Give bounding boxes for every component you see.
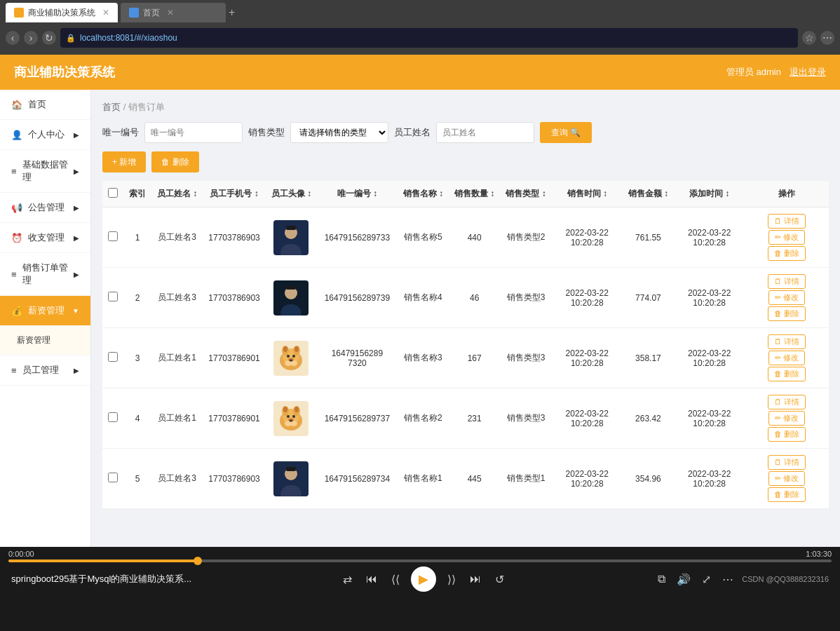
col-avatar[interactable]: 员工头像 ↕ — [266, 181, 317, 208]
fast-forward-btn[interactable]: ⟩⟩ — [445, 570, 459, 589]
cell-checkbox[interactable] — [102, 449, 123, 509]
detail-btn[interactable]: 🗒 详情 — [768, 214, 806, 229]
del-btn[interactable]: 🗑 删除 — [768, 246, 806, 261]
back-btn[interactable]: ‹ — [6, 31, 20, 45]
volume-btn[interactable]: 🔊 — [674, 570, 693, 589]
cell-checkbox[interactable] — [102, 208, 123, 268]
pip-btn[interactable]: ⧉ — [655, 570, 668, 588]
tab-label: 商业辅助决策系统 — [28, 7, 95, 19]
edit-btn[interactable]: ✏ 修改 — [768, 351, 805, 365]
col-sales-amount[interactable]: 销售金额 ↕ — [623, 181, 674, 208]
sidebar-label-finance: 收支管理 — [28, 231, 65, 244]
svg-point-28 — [287, 415, 290, 418]
sidebar-item-salary-sub[interactable]: 薪资管理 — [0, 326, 90, 355]
salary-icon: 💰 — [11, 306, 22, 316]
edit-btn[interactable]: ✏ 修改 — [768, 471, 805, 486]
url-text: localhost:8081/#/xiaoshou — [80, 33, 177, 43]
cell-sales-amount: 774.07 — [623, 268, 674, 328]
sidebar-item-announcement[interactable]: 📢 公告管理 ▶ — [0, 193, 90, 223]
detail-btn[interactable]: 🗒 详情 — [768, 455, 806, 470]
logout-btn[interactable]: 退出登录 — [790, 66, 826, 79]
fullscreen-btn[interactable]: ⤢ — [699, 570, 714, 589]
detail-btn[interactable]: 🗒 详情 — [768, 334, 806, 349]
del-btn[interactable]: 🗑 删除 — [768, 427, 806, 442]
more-btn[interactable]: ⋯ — [719, 570, 736, 589]
progress-thumb — [194, 557, 202, 565]
col-sales-name[interactable]: 销售名称 ↕ — [398, 181, 449, 208]
rewind-btn[interactable]: ⟨⟨ — [388, 570, 402, 589]
col-employee-name[interactable]: 员工姓名 ↕ — [151, 181, 203, 208]
edit-btn[interactable]: ✏ 修改 — [768, 230, 805, 245]
address-bar[interactable]: 🔒 localhost:8081/#/xiaoshou — [60, 28, 798, 48]
del-btn[interactable]: 🗑 删除 — [768, 306, 806, 321]
bookmark-btn[interactable]: ☆ — [802, 31, 816, 45]
del-btn[interactable]: 🗑 删除 — [768, 367, 806, 381]
sidebar-item-finance[interactable]: ⏰ 收支管理 ▶ — [0, 223, 90, 253]
prev-btn[interactable]: ⏮ — [363, 570, 380, 588]
svg-point-27 — [294, 407, 299, 412]
detail-btn[interactable]: 🗒 详情 — [768, 395, 806, 409]
col-sales-qty[interactable]: 销售数量 ↕ — [449, 181, 500, 208]
sidebar-item-profile[interactable]: 👤 个人中心 ▶ — [0, 120, 90, 150]
svg-point-16 — [292, 355, 295, 358]
row-checkbox — [108, 292, 118, 301]
cell-unique-no: 16479156289734 — [317, 449, 398, 509]
current-time: 0:00:00 — [8, 550, 34, 558]
tab-inactive[interactable]: 首页 ✕ — [121, 3, 226, 22]
cell-sales-type: 销售类型3 — [500, 328, 551, 388]
reload-btn[interactable]: ↻ — [42, 31, 56, 45]
col-unique-no[interactable]: 唯一编号 ↕ — [317, 181, 398, 208]
sales-type-label: 销售类型 — [248, 126, 285, 139]
add-button[interactable]: + 新增 — [102, 151, 146, 172]
progress-track[interactable] — [8, 559, 832, 562]
employee-name-input[interactable] — [436, 122, 534, 143]
del-btn[interactable]: 🗑 删除 — [768, 487, 806, 502]
select-all-checkbox[interactable] — [108, 188, 118, 198]
settings-btn[interactable]: ⋯ — [820, 31, 834, 45]
play-btn[interactable]: ▶ — [411, 566, 436, 592]
tab-close-btn[interactable]: ✕ — [102, 8, 109, 18]
cell-sales-qty: 231 — [449, 388, 500, 449]
sidebar-item-sales[interactable]: ≡ 销售订单管理 ▶ — [0, 253, 90, 296]
col-add-time[interactable]: 添加时间 ↕ — [674, 181, 745, 208]
sales-type-select[interactable]: 请选择销售的类型 — [290, 122, 388, 143]
sidebar-item-home[interactable]: 🏠 首页 — [0, 90, 90, 120]
cell-unique-no: 16479156289733 — [317, 208, 398, 268]
forward-btn[interactable]: › — [24, 31, 38, 45]
cell-checkbox[interactable] — [102, 268, 123, 328]
cell-avatar — [266, 449, 317, 509]
cell-sales-amount: 263.42 — [623, 388, 674, 449]
cell-add-time: 2022-03-22 10:20:28 — [674, 328, 745, 388]
sidebar-item-basic[interactable]: ≡ 基础数据管理 ▶ — [0, 150, 90, 193]
unique-no-input[interactable] — [144, 122, 243, 143]
shuffle-btn[interactable]: ⇄ — [340, 570, 355, 589]
table-header-row: 索引 员工姓名 ↕ 员工手机号 ↕ 员工头像 ↕ 唯一编号 ↕ 销售名称 ↕ 销… — [102, 181, 829, 208]
col-sales-time[interactable]: 销售时间 ↕ — [552, 181, 623, 208]
detail-btn[interactable]: 🗒 详情 — [768, 274, 806, 289]
sidebar-item-employee[interactable]: ≡ 员工管理 ▶ — [0, 355, 90, 386]
arrow-icon-3: ▶ — [74, 204, 79, 212]
sidebar-item-salary[interactable]: 💰 薪资管理 ▼ — [0, 296, 90, 326]
arrow-icon-6: ▼ — [72, 307, 79, 315]
tab-active[interactable]: 商业辅助决策系统 ✕ — [6, 3, 118, 22]
toolbar: 唯一编号 销售类型 请选择销售的类型 员工姓名 查询 🔍 — [102, 122, 829, 143]
cell-checkbox[interactable] — [102, 328, 123, 388]
tab-close-btn-2[interactable]: ✕ — [167, 8, 174, 18]
loop-btn[interactable]: ↺ — [492, 570, 507, 589]
new-tab-btn[interactable]: + — [229, 6, 235, 19]
delete-button[interactable]: 🗑 删除 — [151, 151, 198, 172]
col-sales-type[interactable]: 销售类型 ↕ — [500, 181, 551, 208]
svg-rect-34 — [286, 467, 296, 471]
edit-btn[interactable]: ✏ 修改 — [768, 290, 805, 305]
basic-icon: ≡ — [11, 166, 17, 177]
cell-checkbox[interactable] — [102, 388, 123, 449]
svg-point-18 — [290, 359, 292, 361]
search-button[interactable]: 查询 🔍 — [540, 122, 592, 143]
table-row: 1 员工姓名3 17703786903 16479156289733 销售名称5… — [102, 208, 829, 268]
svg-point-13 — [283, 346, 287, 352]
next-btn[interactable]: ⏭ — [467, 570, 484, 588]
edit-btn[interactable]: ✏ 修改 — [768, 411, 805, 426]
col-index: 索引 — [123, 181, 151, 208]
breadcrumb-home[interactable]: 首页 — [102, 102, 121, 112]
col-phone[interactable]: 员工手机号 ↕ — [203, 181, 265, 208]
